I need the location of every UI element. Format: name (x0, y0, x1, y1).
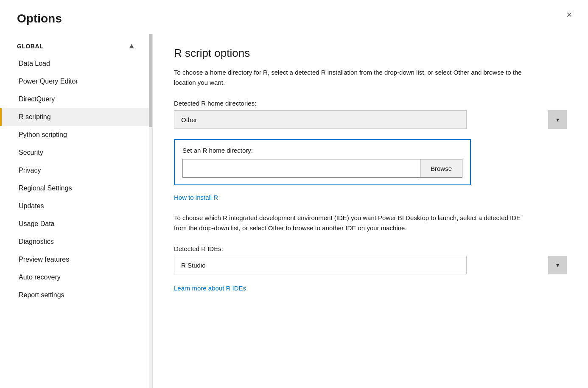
browse-button[interactable]: Browse (420, 159, 462, 178)
sidebar: GLOBAL ▲ Data Load Power Query Editor Di… (0, 34, 153, 388)
set-home-dir-label: Set an R home directory: (182, 147, 462, 154)
sidebar-item-data-load[interactable]: Data Load (0, 55, 152, 73)
sidebar-item-regional-settings[interactable]: Regional Settings (0, 179, 152, 197)
sidebar-item-usage-data[interactable]: Usage Data (0, 215, 152, 233)
home-dir-dropdown-arrow-icon: ▾ (548, 110, 567, 129)
ide-dropdown-container: R Studio ▾ (174, 256, 567, 274)
home-dir-dropdown[interactable]: Other (174, 110, 467, 129)
dialog-header: Options × (0, 0, 588, 34)
home-dir-dropdown-label: Detected R home directories: (174, 100, 567, 107)
ide-dropdown-label: Detected R IDEs: (174, 245, 567, 252)
sidebar-item-r-scripting[interactable]: R scripting (0, 108, 152, 126)
home-dir-input-row: Browse (182, 159, 462, 178)
sidebar-item-auto-recovery[interactable]: Auto recovery (0, 268, 152, 286)
chevron-up-icon[interactable]: ▲ (128, 42, 135, 50)
close-button[interactable]: × (563, 8, 575, 21)
sidebar-item-power-query-editor[interactable]: Power Query Editor (0, 73, 152, 90)
dialog-title: Options (17, 12, 62, 25)
sidebar-section-label: GLOBAL (17, 43, 43, 50)
ide-dropdown[interactable]: R Studio (174, 256, 467, 274)
home-dir-dropdown-container: Other ▾ (174, 110, 567, 129)
set-home-dir-box: Set an R home directory: Browse (174, 139, 471, 185)
sidebar-section-header: GLOBAL ▲ (0, 34, 152, 55)
sidebar-item-privacy[interactable]: Privacy (0, 162, 152, 179)
section-description: To choose a home directory for R, select… (174, 67, 522, 88)
install-r-link[interactable]: How to install R (174, 194, 218, 201)
sidebar-item-report-settings[interactable]: Report settings (0, 286, 152, 304)
sidebar-item-directquery[interactable]: DirectQuery (0, 90, 152, 108)
ide-description: To choose which R integrated development… (174, 213, 522, 233)
sidebar-item-preview-features[interactable]: Preview features (0, 251, 152, 268)
main-content: R script options To choose a home direct… (153, 34, 588, 388)
learn-more-link[interactable]: Learn more about R IDEs (174, 285, 246, 292)
sidebar-item-python-scripting[interactable]: Python scripting (0, 126, 152, 144)
sidebar-scrollbar-track (149, 34, 152, 388)
options-dialog: Options × GLOBAL ▲ Data Load Power Query… (0, 0, 588, 388)
section-title: R script options (174, 47, 567, 60)
sidebar-item-diagnostics[interactable]: Diagnostics (0, 233, 152, 251)
sidebar-scrollbar-thumb[interactable] (149, 34, 152, 127)
home-dir-input[interactable] (182, 159, 420, 178)
dialog-body: GLOBAL ▲ Data Load Power Query Editor Di… (0, 34, 588, 388)
sidebar-item-updates[interactable]: Updates (0, 197, 152, 215)
sidebar-item-security[interactable]: Security (0, 144, 152, 162)
ide-dropdown-arrow-icon: ▾ (548, 256, 567, 274)
